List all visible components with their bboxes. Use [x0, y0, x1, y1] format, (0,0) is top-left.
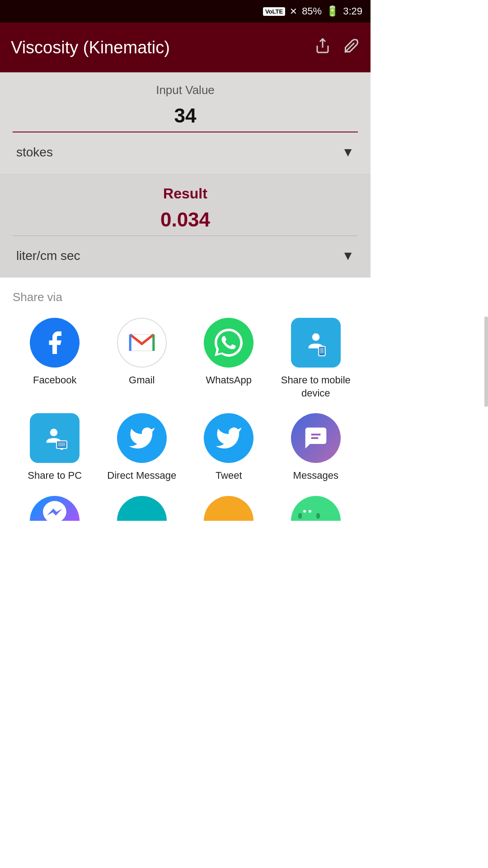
result-unit-selector[interactable]: liter/cm sec ▼	[13, 242, 358, 269]
svg-rect-8	[61, 448, 63, 450]
share-app3-partial[interactable]	[188, 496, 270, 521]
svg-rect-12	[300, 511, 314, 520]
messages-icon	[291, 413, 341, 463]
share-app2-partial[interactable]	[101, 496, 183, 521]
input-value[interactable]: 34	[13, 104, 358, 132]
header-actions	[314, 38, 360, 57]
share-grid-row2: Share to PC Direct Message Tweet	[9, 413, 361, 482]
share-app4-partial[interactable]	[275, 496, 357, 521]
svg-rect-4	[320, 348, 324, 353]
share-mobile-device-icon	[291, 318, 341, 368]
gmail-label: Gmail	[129, 374, 155, 387]
tweet-label: Tweet	[216, 469, 242, 482]
clock: 3:29	[343, 5, 362, 17]
result-value: 0.034	[13, 208, 358, 236]
share-mobile-device[interactable]: Share to mobile device	[275, 318, 357, 400]
svg-rect-13	[298, 513, 302, 519]
svg-rect-7	[58, 442, 66, 446]
app3-icon-partial	[204, 496, 253, 521]
share-pc-label: Share to PC	[28, 469, 82, 482]
direct-message-label: Direct Message	[107, 469, 176, 482]
share-pc-icon	[30, 413, 80, 463]
messenger-icon-partial	[30, 496, 80, 521]
brush-icon[interactable]	[343, 38, 360, 57]
svg-point-2	[312, 333, 319, 341]
tweet-icon	[204, 413, 253, 463]
result-label: Result	[13, 185, 358, 202]
share-direct-message[interactable]: Direct Message	[101, 413, 183, 482]
facebook-icon	[30, 318, 80, 368]
input-section: Input Value 34 stokes ▼	[0, 72, 371, 175]
share-facebook[interactable]: Facebook	[14, 318, 96, 400]
svg-rect-14	[316, 513, 320, 519]
direct-message-icon	[117, 413, 167, 463]
share-messenger-partial[interactable]	[14, 496, 96, 521]
svg-line-1	[345, 43, 354, 52]
input-label: Input Value	[13, 83, 358, 97]
share-pc[interactable]: Share to PC	[14, 413, 96, 482]
share-mobile-device-label: Share to mobile device	[275, 374, 357, 400]
signal-icon: ✕	[290, 6, 297, 17]
svg-point-15	[303, 510, 306, 513]
page-title: Viscosity (Kinematic)	[11, 38, 170, 57]
share-grid-row1: Facebook Gmail	[9, 318, 361, 400]
result-section: Result 0.034 liter/cm sec ▼	[0, 175, 371, 278]
messages-label: Messages	[293, 469, 338, 482]
result-dropdown-arrow-icon: ▼	[342, 249, 354, 263]
svg-point-5	[50, 429, 58, 437]
gmail-icon	[117, 318, 167, 368]
result-unit-label: liter/cm sec	[16, 249, 80, 263]
whatsapp-icon	[204, 318, 253, 368]
app2-icon-partial	[117, 496, 167, 521]
share-whatsapp[interactable]: WhatsApp	[188, 318, 270, 400]
share-via-label: Share via	[9, 290, 361, 304]
share-messages[interactable]: Messages	[275, 413, 357, 482]
app-header: Viscosity (Kinematic)	[0, 23, 371, 72]
facebook-label: Facebook	[33, 374, 77, 387]
battery-icon: 🔋	[326, 5, 338, 17]
share-section: Share via Facebook	[0, 278, 371, 530]
volte-indicator: VoLTE	[263, 7, 285, 16]
battery-level: 85%	[302, 5, 322, 17]
status-bar: VoLTE ✕ 85% 🔋 3:29	[0, 0, 371, 23]
app4-icon-partial	[291, 496, 341, 521]
whatsapp-label: WhatsApp	[206, 374, 252, 387]
share-grid-row3	[9, 496, 361, 521]
share-gmail[interactable]: Gmail	[101, 318, 183, 400]
dropdown-arrow-icon: ▼	[342, 145, 354, 160]
share-tweet[interactable]: Tweet	[188, 413, 270, 482]
share-icon[interactable]	[314, 38, 331, 57]
converter-area: Input Value 34 stokes ▼ Result 0.034 lit…	[0, 72, 371, 278]
input-unit-label: stokes	[16, 145, 53, 160]
input-unit-selector[interactable]: stokes ▼	[13, 139, 358, 166]
svg-point-16	[309, 510, 311, 513]
